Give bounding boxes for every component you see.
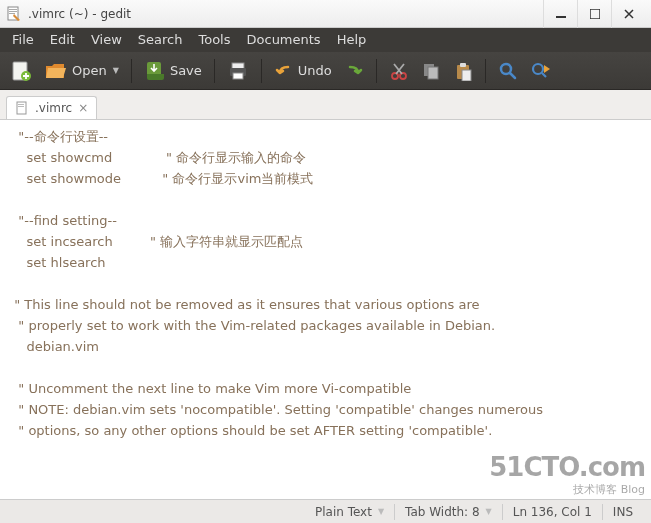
replace-button[interactable] (526, 59, 556, 83)
undo-button[interactable]: Undo (270, 59, 336, 83)
svg-rect-5 (590, 9, 600, 19)
menu-tools[interactable]: Tools (190, 28, 238, 52)
menubar: File Edit View Search Tools Documents He… (0, 28, 651, 52)
svg-rect-15 (428, 67, 438, 79)
svg-rect-2 (9, 11, 17, 12)
close-icon[interactable]: × (78, 101, 88, 115)
open-label: Open (72, 63, 107, 78)
save-icon (144, 60, 166, 82)
editor-content: "--命令行设置-- set showcmd " 命令行显示输入的命令 set … (10, 129, 543, 438)
new-file-icon (10, 59, 32, 83)
folder-open-icon (44, 60, 68, 82)
minimize-button[interactable] (543, 0, 577, 28)
tab-vimrc[interactable]: .vimrc × (6, 96, 97, 119)
tabbar: .vimrc × (0, 90, 651, 120)
svg-rect-18 (462, 70, 471, 81)
separator (485, 59, 486, 83)
redo-icon (344, 61, 364, 81)
statusbar: Plain Text▼ Tab Width: 8▼ Ln 136, Col 1 … (0, 499, 651, 523)
svg-rect-21 (17, 102, 26, 114)
print-icon (227, 60, 249, 82)
titlebar: .vimrc (~) - gedit (0, 0, 651, 28)
paste-button[interactable] (449, 59, 477, 83)
close-button[interactable] (611, 0, 645, 28)
cursor-position: Ln 136, Col 1 (503, 505, 602, 519)
cut-button[interactable] (385, 59, 413, 83)
svg-rect-22 (18, 104, 24, 105)
separator (131, 59, 132, 83)
file-icon (15, 101, 29, 115)
chevron-down-icon: ▼ (486, 507, 492, 516)
print-button[interactable] (223, 58, 253, 84)
save-button[interactable]: Save (140, 58, 206, 84)
separator (214, 59, 215, 83)
new-button[interactable] (6, 57, 36, 85)
app-icon (6, 6, 22, 22)
paste-icon (453, 61, 473, 81)
toolbar: Open ▼ Save Undo (0, 52, 651, 90)
separator (376, 59, 377, 83)
filetype-selector[interactable]: Plain Text▼ (305, 505, 394, 519)
redo-button[interactable] (340, 59, 368, 83)
copy-button[interactable] (417, 59, 445, 83)
tabwidth-selector[interactable]: Tab Width: 8▼ (395, 505, 502, 519)
maximize-button[interactable] (577, 0, 611, 28)
menu-file[interactable]: File (4, 28, 42, 52)
replace-icon (530, 61, 552, 81)
tab-label: .vimrc (35, 101, 72, 115)
svg-rect-23 (18, 106, 24, 107)
menu-search[interactable]: Search (130, 28, 191, 52)
open-button[interactable]: Open ▼ (40, 58, 123, 84)
search-button[interactable] (494, 59, 522, 83)
editor-area[interactable]: "--命令行设置-- set showcmd " 命令行显示输入的命令 set … (0, 120, 651, 499)
svg-rect-11 (233, 73, 243, 79)
chevron-down-icon: ▼ (113, 66, 119, 75)
undo-icon (274, 61, 294, 81)
svg-rect-17 (460, 63, 466, 67)
scissors-icon (389, 61, 409, 81)
copy-icon (421, 61, 441, 81)
search-icon (498, 61, 518, 81)
svg-rect-1 (9, 9, 17, 10)
save-label: Save (170, 63, 202, 78)
svg-point-20 (533, 64, 543, 74)
separator (261, 59, 262, 83)
svg-rect-4 (556, 16, 566, 18)
menu-help[interactable]: Help (329, 28, 375, 52)
menu-view[interactable]: View (83, 28, 130, 52)
chevron-down-icon: ▼ (378, 507, 384, 516)
menu-documents[interactable]: Documents (239, 28, 329, 52)
undo-label: Undo (298, 63, 332, 78)
insert-mode[interactable]: INS (603, 505, 643, 519)
menu-edit[interactable]: Edit (42, 28, 83, 52)
window-title: .vimrc (~) - gedit (28, 7, 543, 21)
svg-rect-3 (9, 13, 15, 14)
